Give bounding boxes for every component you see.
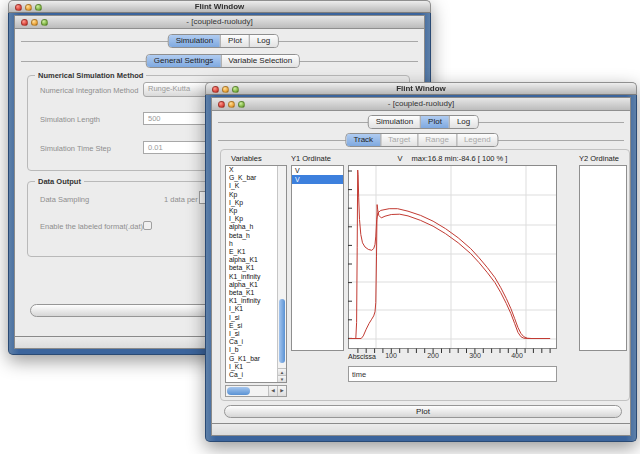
list-item[interactable]: Ca_i <box>226 371 277 379</box>
minimize-button[interactable] <box>222 86 229 93</box>
list-item[interactable]: K1_infinity <box>226 297 277 305</box>
traffic-lights <box>21 19 48 26</box>
list-item[interactable]: I_Kp <box>226 215 277 223</box>
tab-simulation[interactable]: Simulation <box>369 116 420 128</box>
labeled-format-checkbox[interactable] <box>143 221 152 230</box>
list-item[interactable]: alpha_K1 <box>226 281 277 289</box>
list-item[interactable]: I_b <box>226 346 277 354</box>
tab-plot[interactable]: Plot <box>420 116 449 128</box>
window-titlebar[interactable]: Flint Window <box>8 0 431 13</box>
list-item[interactable]: V <box>292 166 343 175</box>
data-sampling-text: 1 data per <box>164 195 198 204</box>
horizontal-scrollbar[interactable]: ◀ ▶ <box>225 385 287 397</box>
list-item[interactable]: Ca_i <box>226 338 277 346</box>
scroll-left-icon[interactable]: ◀ <box>268 386 277 396</box>
y1-ordinate-label: Y1 Ordinate <box>291 154 331 163</box>
simulation-length-label: Simulation Length <box>40 115 100 124</box>
x-axis-tick-label: 300 <box>466 352 484 359</box>
plot-area <box>348 165 557 349</box>
close-button[interactable] <box>218 101 225 108</box>
traffic-lights <box>15 4 42 11</box>
list-item[interactable]: alpha_h <box>226 223 277 231</box>
list-item[interactable]: G_K_bar <box>226 174 277 182</box>
tab-range[interactable]: Range <box>417 134 456 146</box>
list-item[interactable]: I_K <box>226 182 277 190</box>
vertical-scrollbar[interactable]: ▲ ▼ <box>277 166 286 382</box>
child-titlebar[interactable]: - [coupled-ruoludy] <box>15 16 424 29</box>
main-tabs: SimulationPlotLog <box>168 34 279 48</box>
variables-listbox[interactable]: XG_K_barI_KKpI_KpKpI_Kpalpha_hbeta_hhE_K… <box>225 165 287 383</box>
list-item[interactable]: Kp <box>226 191 277 199</box>
tab-log[interactable]: Log <box>449 116 477 128</box>
tab-target[interactable]: Target <box>380 134 417 146</box>
close-button[interactable] <box>15 4 22 11</box>
zoom-button[interactable] <box>41 19 48 26</box>
scrollbar-thumb[interactable] <box>227 387 250 395</box>
window-frame: - [coupled-ruoludy] SimulationPlotLog Tr… <box>205 95 637 442</box>
child-window-title: - [coupled-ruoludy] <box>388 99 454 108</box>
zoom-button[interactable] <box>35 4 42 11</box>
y2-ordinate-label: Y2 Ordinate <box>579 154 619 163</box>
scroll-right-icon[interactable]: ▶ <box>277 386 286 396</box>
variables-rows: XG_K_barI_KKpI_KpKpI_Kpalpha_hbeta_hhE_K… <box>226 166 277 382</box>
window-titlebar[interactable]: Flint Window <box>205 82 637 95</box>
list-item[interactable]: E_K1 <box>226 248 277 256</box>
y1-ordinate-listbox[interactable]: VV <box>291 165 344 351</box>
plot-subtabs: TrackTargetRangeLegend <box>345 133 498 147</box>
zoom-button[interactable] <box>238 101 245 108</box>
data-sampling-label: Data Sampling <box>40 195 89 204</box>
chart-header: Vmax:16.8 min:-84.6 [ 100 % ] <box>348 154 557 163</box>
child-window-title: - [coupled-ruoludy] <box>186 17 252 26</box>
minimize-button[interactable] <box>228 101 235 108</box>
combobox-value: Runge-Kutta <box>148 84 190 93</box>
x-axis-labels: Abscissa 100200300400 <box>348 352 557 362</box>
scroll-down-icon[interactable]: ▼ <box>278 375 286 382</box>
child-titlebar[interactable]: - [coupled-ruoludy] <box>212 98 630 111</box>
scroll-up-icon[interactable]: ▲ <box>278 368 286 375</box>
list-item[interactable]: I_K1 <box>226 305 277 313</box>
list-item[interactable]: Kp <box>226 207 277 215</box>
list-item[interactable]: I_K1 <box>226 363 277 371</box>
tab-plot[interactable]: Plot <box>220 35 249 47</box>
minimize-button[interactable] <box>31 19 38 26</box>
chart-stats: max:16.8 min:-84.6 [ 100 % ] <box>412 154 508 163</box>
scrollbar-thumb[interactable] <box>279 299 285 363</box>
tab-general-settings[interactable]: General Settings <box>147 55 221 67</box>
abscissa-input[interactable] <box>348 366 557 382</box>
close-button[interactable] <box>212 86 219 93</box>
window-title: Flint Window <box>195 2 245 11</box>
list-item[interactable]: beta_K1 <box>226 289 277 297</box>
settings-subtabs: General SettingsVariable Selection <box>146 54 300 68</box>
list-item[interactable]: I_si <box>226 314 277 322</box>
traffic-lights <box>218 101 245 108</box>
mdi-child-window: - [coupled-ruoludy] SimulationPlotLog Tr… <box>211 97 631 424</box>
tab-simulation[interactable]: Simulation <box>169 35 220 47</box>
list-item[interactable]: beta_h <box>226 232 277 240</box>
close-button[interactable] <box>21 19 28 26</box>
y2-ordinate-listbox[interactable] <box>579 165 627 351</box>
front-window: Flint Window - [coupled-ruoludy] Simulat… <box>205 82 637 442</box>
x-axis-tick-label: 100 <box>382 352 400 359</box>
list-item[interactable]: alpha_K1 <box>226 256 277 264</box>
list-item[interactable]: E_si <box>226 322 277 330</box>
list-item[interactable]: beta_K1 <box>226 264 277 272</box>
traffic-lights <box>212 86 239 93</box>
list-item[interactable]: X <box>226 166 277 174</box>
list-item[interactable]: I_si <box>226 330 277 338</box>
plot-button[interactable]: Plot <box>224 405 622 418</box>
window-title: Flint Window <box>396 84 446 93</box>
tab-track[interactable]: Track <box>346 134 380 146</box>
list-item[interactable]: G_K1_bar <box>226 355 277 363</box>
list-item[interactable]: V <box>292 175 343 184</box>
minimize-button[interactable] <box>25 4 32 11</box>
field-value: 0.01 <box>148 143 163 152</box>
tab-log[interactable]: Log <box>249 35 277 47</box>
integration-method-label: Numerical Integration Method <box>40 86 138 95</box>
list-item[interactable]: K1_infinity <box>226 273 277 281</box>
tab-legend[interactable]: Legend <box>456 134 498 146</box>
tab-variable-selection[interactable]: Variable Selection <box>220 55 299 67</box>
list-item[interactable]: I_Kp <box>226 199 277 207</box>
list-item[interactable]: h <box>226 240 277 248</box>
zoom-button[interactable] <box>232 86 239 93</box>
plot-canvas <box>348 165 557 355</box>
